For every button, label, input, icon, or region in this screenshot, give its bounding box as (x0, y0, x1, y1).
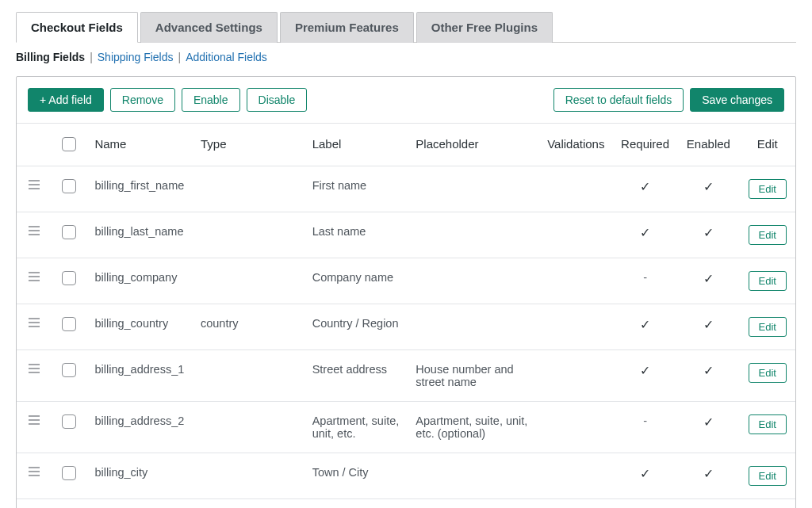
cell-placeholder (408, 304, 539, 350)
fields-table: Name Type Label Placeholder Validations … (17, 124, 795, 508)
fields-panel: + Add field Remove Enable Disable Reset … (16, 76, 796, 508)
header-name: Name (86, 124, 193, 166)
header-enabled: Enabled (677, 124, 739, 166)
reset-button[interactable]: Reset to default fields (553, 88, 684, 112)
cell-required: - (613, 402, 677, 453)
row-checkbox[interactable] (62, 179, 76, 193)
cell-name: billing_company (86, 258, 193, 304)
tab-other-free-plugins[interactable]: Other Free Plugins (416, 12, 553, 43)
disable-button[interactable]: Disable (247, 88, 308, 112)
cell-label: Company name (304, 258, 408, 304)
cell-label: Apartment, suite, unit, etc. (304, 402, 408, 453)
cell-name: billing_first_name (86, 166, 193, 212)
cell-label: First name (304, 166, 408, 212)
table-row: billing_address_2Apartment, suite, unit,… (17, 402, 795, 453)
divider: | (90, 51, 93, 63)
cell-type: country (193, 304, 304, 350)
subnav-additional[interactable]: Additional Fields (186, 51, 267, 63)
cell-required: ✓ (613, 212, 677, 258)
cell-enabled: ✓ (677, 258, 739, 304)
edit-button[interactable]: Edit (749, 414, 787, 434)
edit-button[interactable]: Edit (749, 317, 787, 337)
header-label: Label (304, 124, 408, 166)
cell-validations (539, 453, 613, 499)
cell-type: state (193, 499, 304, 508)
table-row: billing_last_nameLast name✓✓Edit (17, 212, 795, 258)
table-row: billing_address_1Street addressHouse num… (17, 350, 795, 402)
header-validations: Validations (539, 124, 613, 166)
cell-required: ✓ (613, 499, 677, 508)
tab-advanced-settings[interactable]: Advanced Settings (140, 12, 278, 43)
subnav-shipping[interactable]: Shipping Fields (98, 51, 174, 63)
cell-validations (539, 350, 613, 402)
tab-checkout-fields[interactable]: Checkout Fields (16, 12, 138, 43)
table-row: billing_companyCompany name-✓Edit (17, 258, 795, 304)
enable-button[interactable]: Enable (182, 88, 240, 112)
row-checkbox[interactable] (62, 225, 76, 239)
cell-label: Country / Region (304, 304, 408, 350)
table-row: billing_countrycountryCountry / Region✓✓… (17, 304, 795, 350)
table-row: billing_statestateState / CountyState✓✓E… (17, 499, 795, 508)
cell-enabled: ✓ (677, 166, 739, 212)
cell-placeholder: Apartment, suite, unit, etc. (optional) (408, 402, 539, 453)
drag-handle-icon[interactable] (29, 364, 40, 373)
select-all-checkbox[interactable] (62, 137, 76, 151)
header-type: Type (193, 124, 304, 166)
cell-placeholder (408, 499, 539, 508)
drag-handle-icon[interactable] (29, 318, 40, 327)
edit-button[interactable]: Edit (749, 466, 787, 486)
table-row: billing_first_nameFirst name✓✓Edit (17, 166, 795, 212)
tab-premium-features[interactable]: Premium Features (280, 12, 414, 43)
edit-button[interactable]: Edit (749, 179, 787, 199)
cell-enabled: ✓ (677, 304, 739, 350)
cell-required: - (613, 258, 677, 304)
cell-type (193, 212, 304, 258)
edit-button[interactable]: Edit (749, 363, 787, 383)
cell-required: ✓ (613, 453, 677, 499)
cell-validations (539, 402, 613, 453)
edit-button[interactable]: Edit (749, 271, 787, 291)
subnav: Billing Fields | Shipping Fields | Addit… (16, 51, 796, 63)
cell-validations (539, 166, 613, 212)
cell-required: ✓ (613, 166, 677, 212)
subnav-billing[interactable]: Billing Fields (16, 51, 85, 63)
cell-enabled: ✓ (677, 350, 739, 402)
row-checkbox[interactable] (62, 317, 76, 331)
drag-handle-icon[interactable] (29, 467, 40, 476)
cell-required: ✓ (613, 304, 677, 350)
tabs-bar: Checkout Fields Advanced Settings Premiu… (16, 11, 796, 43)
cell-name: billing_address_2 (86, 402, 193, 453)
cell-required: ✓ (613, 350, 677, 402)
row-checkbox[interactable] (62, 466, 76, 480)
cell-placeholder (408, 166, 539, 212)
remove-button[interactable]: Remove (110, 88, 175, 112)
cell-placeholder (408, 258, 539, 304)
drag-handle-icon[interactable] (29, 180, 40, 189)
cell-name: billing_city (86, 453, 193, 499)
cell-enabled: ✓ (677, 499, 739, 508)
cell-name: billing_address_1 (86, 350, 193, 402)
cell-validations: State (539, 499, 613, 508)
cell-type (193, 258, 304, 304)
header-edit: Edit (740, 124, 795, 166)
cell-label: Town / City (304, 453, 408, 499)
drag-handle-icon[interactable] (29, 272, 40, 281)
edit-button[interactable]: Edit (749, 225, 787, 245)
cell-name: billing_last_name (86, 212, 193, 258)
header-placeholder: Placeholder (408, 124, 539, 166)
cell-label: Last name (304, 212, 408, 258)
save-button[interactable]: Save changes (690, 88, 784, 112)
cell-type (193, 350, 304, 402)
add-field-button[interactable]: + Add field (28, 88, 104, 112)
cell-validations (539, 304, 613, 350)
row-checkbox[interactable] (62, 363, 76, 377)
table-row: billing_cityTown / City✓✓Edit (17, 453, 795, 499)
drag-handle-icon[interactable] (29, 415, 40, 425)
cell-validations (539, 258, 613, 304)
toolbar-right: Reset to default fields Save changes (553, 88, 784, 112)
row-checkbox[interactable] (62, 414, 76, 429)
cell-enabled: ✓ (677, 453, 739, 499)
row-checkbox[interactable] (62, 271, 76, 285)
cell-label: State / County (304, 499, 408, 508)
drag-handle-icon[interactable] (29, 226, 40, 235)
